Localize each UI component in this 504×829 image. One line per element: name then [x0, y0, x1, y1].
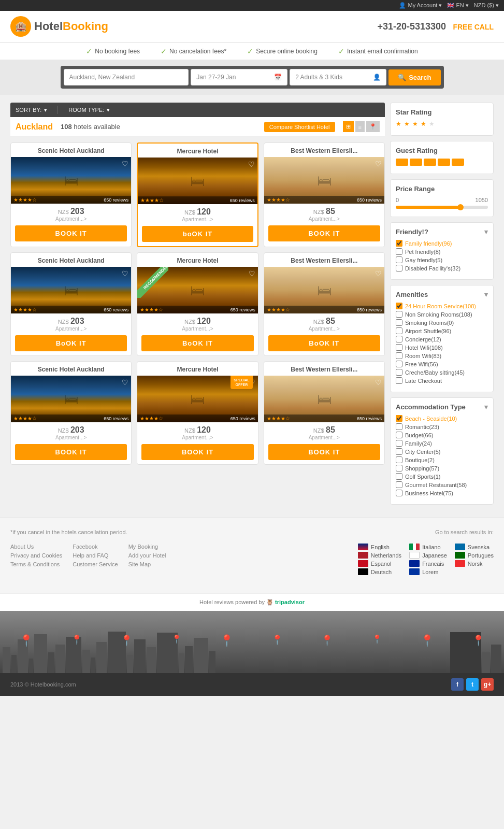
- footer-link-booking[interactable]: My Booking: [128, 544, 166, 550]
- footer-link-customer[interactable]: Customer Service: [73, 561, 118, 567]
- accommodation-filter-4[interactable]: City Center(5): [396, 448, 488, 455]
- book-button-h4[interactable]: BoOK IT: [15, 335, 127, 351]
- currency-selector[interactable]: NZD ($) ▾: [474, 2, 499, 9]
- price-slider-handle[interactable]: [457, 204, 464, 210]
- accommodation-filter-0[interactable]: Beach - Seaside(10): [396, 415, 488, 422]
- accommodation-filter-9[interactable]: Business Hotel(75): [396, 490, 488, 496]
- amenity-checkbox-0[interactable]: [396, 303, 402, 309]
- book-button-h9[interactable]: BOOK IT: [268, 444, 380, 460]
- google-plus-icon[interactable]: g+: [481, 678, 494, 691]
- footer-link-terms[interactable]: Terms & Conditions: [10, 561, 62, 567]
- grid-view-icon[interactable]: ⊞: [343, 121, 354, 132]
- book-button-h6[interactable]: BoOK IT: [268, 335, 380, 351]
- hotel-card-h1[interactable]: Scenic Hotel Auckland 🛏 ♡ ★★★★☆ 650 revi…: [10, 142, 132, 247]
- friendly-checkbox-0[interactable]: [396, 240, 402, 247]
- lang-portugues[interactable]: Portugues: [455, 552, 494, 559]
- favorite-icon-h7[interactable]: ♡: [122, 378, 128, 387]
- hotel-card-h4[interactable]: Scenic Hotel Auckland 🛏 ♡ ★★★★☆ 650 revi…: [10, 252, 132, 356]
- friendly-filter-3[interactable]: Disabled Facility's(32): [396, 265, 488, 271]
- accommodation-checkbox-6[interactable]: [396, 465, 402, 471]
- book-button-h5[interactable]: BoOK IT: [141, 335, 253, 351]
- amenity-checkbox-1[interactable]: [396, 311, 402, 318]
- accommodation-checkbox-7[interactable]: [396, 473, 402, 480]
- friendly-checkbox-2[interactable]: [396, 256, 402, 263]
- friendly-filter-0[interactable]: Family friendly(96): [396, 240, 488, 247]
- hotel-card-h6[interactable]: Best Western Ellersli... 🛏 ♡ ★★★★☆ 650 r…: [264, 252, 385, 356]
- friendly-filter-2[interactable]: Gay friendly(5): [396, 256, 488, 263]
- lang-deutsch[interactable]: Deutsch: [358, 568, 401, 575]
- accommodation-checkbox-3[interactable]: [396, 440, 402, 447]
- footer-link-privacy[interactable]: Privacy and Cookies: [10, 552, 62, 559]
- star-rating-row[interactable]: ★ ★ ★ ★ ★: [396, 120, 488, 127]
- favorite-icon-h4[interactable]: ♡: [122, 269, 128, 278]
- favorite-icon-h6[interactable]: ♡: [375, 269, 382, 278]
- accommodation-filter-6[interactable]: Shopping(57): [396, 465, 488, 471]
- lang-espanol[interactable]: Espanol: [358, 560, 401, 567]
- price-range-control[interactable]: 0 1050: [396, 197, 488, 209]
- lang-lorem[interactable]: Lorem: [409, 568, 447, 575]
- friendly-expand-icon[interactable]: ▾: [484, 228, 488, 236]
- favorite-icon-h5[interactable]: ♡: [249, 269, 255, 278]
- map-view-icon[interactable]: 📍: [366, 121, 380, 132]
- hotel-card-h7[interactable]: Scenic Hotel Auckland 🛏 ♡ ★★★★☆ 650 revi…: [10, 361, 132, 465]
- accommodation-checkbox-2[interactable]: [396, 432, 402, 438]
- account-menu[interactable]: 👤 My Account ▾: [399, 2, 442, 9]
- amenity-checkbox-9[interactable]: [396, 377, 402, 384]
- lang-japanese[interactable]: Japanese: [409, 552, 447, 559]
- friendly-checkbox-1[interactable]: [396, 248, 402, 255]
- search-button[interactable]: 🔍 Search: [388, 69, 440, 85]
- lang-svenska[interactable]: Svenska: [455, 544, 494, 550]
- list-view-icon[interactable]: ≡: [355, 121, 365, 132]
- sort-by-selector[interactable]: SORT BY: ▾: [16, 107, 47, 113]
- favorite-icon-h1[interactable]: ♡: [122, 160, 128, 168]
- amenity-filter-9[interactable]: Late Checkout: [396, 377, 488, 384]
- friendly-filter-1[interactable]: Pet friendly(8): [396, 248, 488, 255]
- favorite-icon-h3[interactable]: ♡: [375, 160, 382, 168]
- accommodation-filter-5[interactable]: Boutique(2): [396, 456, 488, 463]
- amenity-filter-0[interactable]: 24 Hour Room Service(108): [396, 303, 488, 309]
- amenity-filter-1[interactable]: Non Smoking Rooms(108): [396, 311, 488, 318]
- amenity-checkbox-6[interactable]: [396, 352, 402, 359]
- amenities-expand-icon[interactable]: ▾: [484, 291, 488, 298]
- amenity-filter-8[interactable]: Creche/Baby sitting(45): [396, 369, 488, 376]
- amenity-checkbox-5[interactable]: [396, 344, 402, 351]
- book-button-h2[interactable]: boOK IT: [142, 226, 253, 242]
- footer-link-sitemap[interactable]: Site Map: [128, 561, 166, 567]
- amenity-checkbox-7[interactable]: [396, 361, 402, 367]
- favorite-icon-h2[interactable]: ♡: [248, 160, 255, 168]
- book-button-h8[interactable]: BOOK IT: [141, 444, 253, 460]
- footer-link-about[interactable]: About Us: [10, 544, 62, 550]
- accommodation-checkbox-4[interactable]: [396, 448, 402, 455]
- accommodation-checkbox-1[interactable]: [396, 423, 402, 430]
- book-button-h7[interactable]: BOOK IT: [15, 444, 127, 460]
- search-guests-input[interactable]: 2 Adults & 3 Kids 👤: [290, 69, 386, 85]
- accommodation-filter-2[interactable]: Budget(66): [396, 432, 488, 438]
- amenity-filter-3[interactable]: Airport Shuttle(96): [396, 327, 488, 334]
- search-location-input[interactable]: [64, 69, 189, 85]
- footer-link-help[interactable]: Help and FAQ: [73, 552, 118, 559]
- amenity-filter-7[interactable]: Free Wifi(56): [396, 361, 488, 367]
- twitter-icon[interactable]: t: [466, 678, 479, 691]
- amenity-checkbox-4[interactable]: [396, 336, 402, 342]
- amenity-checkbox-3[interactable]: [396, 327, 402, 334]
- accommodation-checkbox-0[interactable]: [396, 415, 402, 422]
- hotel-card-h8[interactable]: Mercure Hotel SPECIALOFFER 🛏 ♡ ★★★★☆ 650…: [137, 361, 258, 465]
- logo[interactable]: 🏨 HotelBooking: [10, 16, 108, 37]
- compare-button[interactable]: Compare Shortlist Hotel: [264, 122, 335, 132]
- accommodation-checkbox-8[interactable]: [396, 481, 402, 488]
- lang-english[interactable]: English: [358, 544, 401, 550]
- accommodation-checkbox-5[interactable]: [396, 456, 402, 463]
- hotel-card-h3[interactable]: Best Western Ellersli... 🛏 ♡ ★★★★☆ 650 r…: [264, 142, 385, 247]
- lang-netherlands[interactable]: Netherlands: [358, 552, 401, 559]
- amenity-checkbox-2[interactable]: [396, 319, 402, 326]
- friendly-checkbox-3[interactable]: [396, 265, 402, 271]
- footer-link-facebook[interactable]: Facebook: [73, 544, 118, 550]
- price-slider[interactable]: [396, 206, 488, 209]
- accommodation-filter-7[interactable]: Golf Sports(1): [396, 473, 488, 480]
- favorite-icon-h9[interactable]: ♡: [375, 378, 382, 387]
- accommodation-filter-1[interactable]: Romantic(23): [396, 423, 488, 430]
- guest-rating-row[interactable]: [396, 159, 488, 166]
- hotel-card-h5[interactable]: Mercure Hotel RECOMMENDED 🛏 ♡ ★★★★☆ 650 …: [137, 252, 258, 356]
- search-date-input[interactable]: Jan 27-29 Jan 📅: [191, 69, 287, 85]
- accommodation-checkbox-9[interactable]: [396, 490, 402, 496]
